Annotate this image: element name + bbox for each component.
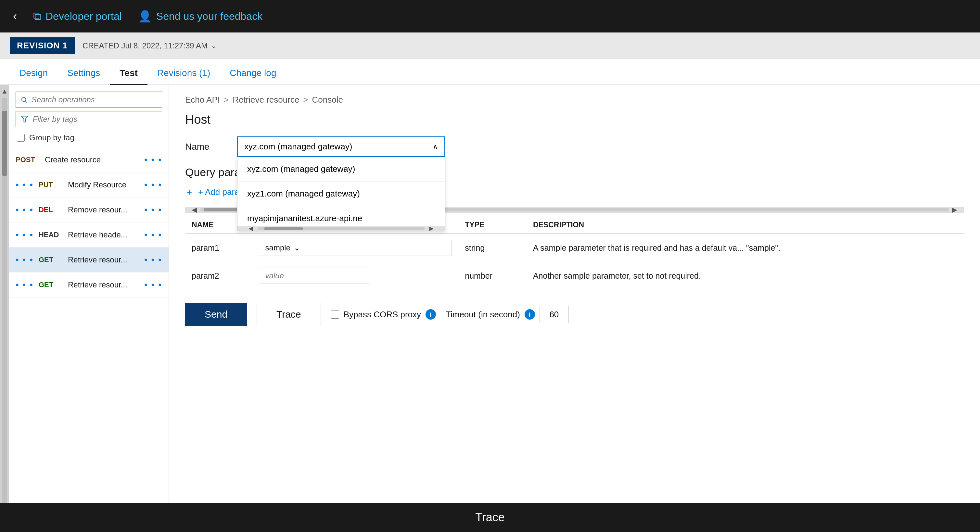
tab-settings[interactable]: Settings [57, 68, 110, 85]
th-description: DESCRIPTION [527, 217, 964, 233]
svg-point-0 [22, 97, 26, 102]
operation-put-modify[interactable]: • • • PUT Modify Resource • • • [9, 173, 169, 197]
op-name-head: Retrieve heade... [68, 230, 144, 239]
scroll-thumb [2, 111, 7, 176]
table-scroll-right[interactable]: ▶ [952, 206, 957, 214]
timeout-label: Timeout (in second) [445, 310, 520, 319]
revision-chevron-icon[interactable]: ⌄ [211, 41, 217, 50]
bypass-cors-info-icon[interactable]: i [426, 309, 436, 319]
feedback-icon: 👤 [138, 10, 152, 23]
left-panel-inner: ▲ ▼ [0, 85, 169, 532]
op-name-create: Create resource [45, 155, 144, 164]
search-wrapper [9, 85, 169, 111]
external-link-icon: ⧉ [33, 10, 41, 23]
feedback-label: Send us your feedback [156, 10, 262, 22]
operations-list: POST Create resource • • • • • • PUT Mod… [9, 148, 169, 532]
dropdown-scrollbar: ◄ ► [237, 226, 445, 231]
revision-created-text: CREATED Jul 8, 2022, 11:27:39 AM [83, 41, 208, 50]
dropdown-scroll-left-arrow[interactable]: ◄ [247, 224, 255, 233]
method-del-badge: DEL [39, 206, 68, 214]
breadcrumb-sep-1: > [224, 95, 229, 105]
left-panel-scrollbar[interactable]: ▲ ▼ [0, 85, 9, 532]
operation-post-create[interactable]: POST Create resource • • • [9, 148, 169, 173]
timeout-info-icon[interactable]: i [525, 309, 535, 319]
th-type: TYPE [458, 217, 527, 233]
back-button[interactable]: ‹ [13, 10, 17, 23]
operation-get-retrieve-1[interactable]: • • • GET Retrieve resour... • • • [9, 248, 169, 273]
op-name-get-1: Retrieve resour... [68, 255, 144, 264]
operation-head-retrieve[interactable]: • • • HEAD Retrieve heade... • • • [9, 222, 169, 248]
param2-name: param2 [185, 262, 253, 290]
tab-design[interactable]: Design [10, 68, 57, 85]
operation-del-remove[interactable]: • • • DEL Remove resour... • • • [9, 197, 169, 222]
bottom-trace-bar: Trace [0, 503, 980, 532]
group-by-tag-row: Group by tag [9, 130, 169, 148]
bypass-cors-label: Bypass CORS proxy [344, 310, 421, 319]
group-by-tag-checkbox[interactable] [17, 134, 25, 141]
scroll-up-arrow[interactable]: ▲ [0, 86, 9, 97]
bypass-cors-row: Bypass CORS proxy i [331, 309, 436, 319]
gateway-dropdown-trigger[interactable]: xyz.com (managed gateway) ∧ [237, 137, 445, 157]
param1-type: string [458, 233, 527, 262]
left-panel-content: Group by tag POST Create resource • • • … [9, 85, 169, 532]
gateway-selected-value: xyz.com (managed gateway) [244, 141, 352, 152]
breadcrumb-console: Console [312, 95, 343, 105]
main-layout: ▲ ▼ [0, 85, 980, 532]
op-more-dots-3[interactable]: • • • [144, 230, 162, 240]
dropdown-option-0[interactable]: xyz.com (managed gateway) [237, 157, 445, 181]
dropdown-scroll-right-arrow[interactable]: ► [428, 224, 435, 233]
operation-get-retrieve-2[interactable]: • • • GET Retrieve resour... • • • [9, 273, 169, 297]
timeout-row: Timeout (in second) i [445, 306, 569, 323]
search-input[interactable] [32, 95, 157, 104]
timeout-input[interactable] [539, 306, 569, 323]
method-get-badge-5: GET [39, 281, 68, 289]
param2-input[interactable] [260, 268, 369, 284]
svg-line-1 [25, 101, 27, 103]
param1-value-text: sample [266, 243, 290, 253]
param1-select[interactable]: sample ⌄ [260, 240, 452, 256]
right-panel: Echo API > Retrieve resource > Console H… [169, 85, 980, 532]
op-name-get-2: Retrieve resour... [68, 280, 144, 289]
search-icon [21, 96, 28, 103]
filter-input[interactable] [33, 114, 158, 124]
svg-marker-2 [21, 116, 28, 122]
breadcrumb-api: Echo API [185, 95, 220, 105]
tab-test[interactable]: Test [110, 68, 148, 85]
table-scroll-left[interactable]: ◀ [192, 206, 197, 214]
op-more-dots-0[interactable]: • • • [144, 155, 162, 165]
op-left-dots-5[interactable]: • • • [16, 279, 33, 290]
op-more-dots-1[interactable]: • • • [144, 179, 162, 190]
op-more-dots-4[interactable]: • • • [144, 255, 162, 265]
method-post-badge: POST [16, 156, 45, 164]
breadcrumb-sep-2: > [303, 95, 308, 105]
op-left-dots-3[interactable]: • • • [16, 230, 33, 240]
revision-bar: REVISION 1 CREATED Jul 8, 2022, 11:27:39… [0, 32, 980, 59]
op-left-dots-4[interactable]: • • • [16, 255, 33, 265]
revision-badge: REVISION 1 [10, 37, 75, 54]
trace-button[interactable]: Trace [257, 303, 321, 326]
search-box[interactable] [16, 92, 162, 108]
op-left-dots-1[interactable]: • • • [16, 179, 33, 190]
param1-select-chevron: ⌄ [294, 243, 300, 253]
method-put-badge: PUT [39, 181, 68, 189]
feedback-link[interactable]: 👤 Send us your feedback [138, 10, 262, 23]
send-button[interactable]: Send [185, 303, 247, 326]
op-left-dots-2[interactable]: • • • [16, 205, 33, 215]
bottom-actions: Send Trace Bypass CORS proxy i Timeout (… [185, 303, 964, 326]
filter-icon [21, 114, 29, 124]
tab-changelog[interactable]: Change log [220, 68, 286, 85]
filter-box[interactable] [16, 111, 162, 127]
breadcrumb: Echo API > Retrieve resource > Console [185, 95, 964, 105]
tab-revisions[interactable]: Revisions (1) [148, 68, 220, 85]
param2-description: Another sample parameter, set to not req… [527, 262, 964, 290]
group-by-tag-label: Group by tag [29, 133, 75, 142]
bypass-cors-checkbox[interactable] [331, 310, 339, 319]
op-more-dots-5[interactable]: • • • [144, 279, 162, 290]
op-more-dots-2[interactable]: • • • [144, 205, 162, 215]
host-section-title: Host [185, 113, 964, 127]
add-param-icon: ＋ [185, 186, 194, 198]
developer-portal-label: Developer portal [46, 10, 122, 22]
developer-portal-link[interactable]: ⧉ Developer portal [33, 10, 122, 23]
dropdown-option-1[interactable]: xyz1.com (managed gateway) [237, 181, 445, 206]
method-get-badge-4: GET [39, 256, 68, 264]
